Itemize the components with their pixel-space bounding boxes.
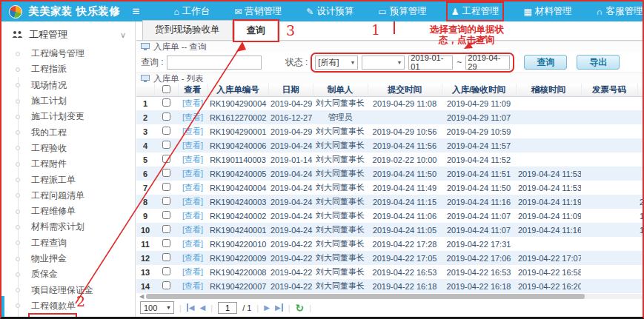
view-link[interactable]: [查看] (182, 183, 203, 192)
sidebar-item[interactable]: 工程问题清单 (1, 188, 135, 204)
row-checkbox[interactable] (162, 211, 170, 219)
nav-item[interactable]: ∩客服管理 (593, 3, 644, 20)
nav-item[interactable]: ✉营销管理 (230, 3, 285, 20)
row-checkbox[interactable] (162, 127, 170, 135)
row-checkbox[interactable] (162, 197, 170, 205)
last-page-icon[interactable]: ▶ (275, 303, 283, 312)
table-cell (581, 265, 637, 279)
sidebar-item[interactable]: 材料验收 (1, 314, 135, 319)
next-page-icon[interactable]: ▶ (264, 303, 270, 312)
view-cell: [查看] (178, 195, 208, 209)
query-button[interactable]: 查询 (524, 55, 567, 70)
sidebar-header[interactable]: 工程管理 ∨ (1, 21, 135, 46)
export-button[interactable]: 导出 (577, 55, 620, 70)
tab-goods-site-acceptance[interactable]: 货到现场验收单 (142, 20, 233, 40)
page-size-select[interactable]: 100 ▼ (140, 301, 174, 314)
view-link[interactable]: [查看] (182, 253, 203, 262)
scrollbar-track[interactable] (146, 294, 644, 299)
row-checkbox[interactable] (162, 141, 170, 149)
sidebar-item[interactable]: 工程附件 (1, 156, 135, 172)
view-link[interactable]: [查看] (182, 127, 203, 135)
row-checkbox[interactable] (162, 253, 170, 261)
table-cell: 2019-04-24 (268, 223, 313, 237)
table-cell: RK1904240002 (208, 209, 268, 223)
status-select[interactable]: [所有] ▼ (315, 56, 358, 70)
column-header-clipped (637, 84, 644, 96)
table-cell (516, 96, 581, 110)
view-link[interactable]: [查看] (182, 113, 203, 121)
view-link[interactable]: [查看] (182, 211, 203, 220)
scroll-left-icon[interactable]: ◀ (139, 293, 144, 300)
nav-item[interactable]: ▦材料管理 (519, 3, 575, 20)
table-cell: 2019-04-24 11:53 (516, 167, 581, 181)
annotation-line-step1 (394, 21, 395, 34)
view-link[interactable]: [查看] (182, 197, 203, 206)
view-link[interactable]: [查看] (182, 155, 203, 164)
row-checkbox[interactable] (162, 239, 170, 247)
view-link[interactable]: [查看] (182, 239, 203, 248)
sidebar-item[interactable]: 现场情况 (1, 78, 135, 93)
row-checkbox[interactable] (162, 225, 170, 233)
view-link[interactable]: [查看] (182, 98, 203, 107)
row-checkbox[interactable] (162, 183, 170, 191)
nav-item[interactable]: ✎设计预算 (302, 3, 357, 20)
sidebar-item[interactable]: 质保金 (1, 266, 135, 282)
horizontal-scrollbar[interactable]: ◀ (136, 293, 644, 300)
sidebar-item[interactable]: 工程指派 (1, 61, 135, 77)
row-checkbox[interactable] (162, 113, 170, 121)
sidebar-item[interactable]: 工程验收 (1, 141, 135, 156)
nav-item[interactable]: ⌂工作台 (170, 3, 213, 20)
tab-query[interactable]: 查询 (234, 21, 278, 41)
table-cell (581, 279, 637, 293)
date-from-field[interactable]: 2019-01-01 (408, 56, 453, 70)
dropdown-arrow-icon: ▼ (350, 60, 355, 65)
nav-item-label: 设计预算 (316, 5, 353, 18)
table-cell (637, 167, 644, 181)
sidebar-item-label: 项目经理保证金 (30, 283, 102, 298)
sidebar-item[interactable]: 工程编号管理 (1, 46, 135, 61)
sidebar-item[interactable]: 项目经理保证金 (1, 282, 135, 298)
refresh-icon[interactable]: ↻ (295, 302, 304, 314)
sidebar-item[interactable]: 工程领款单 (1, 298, 135, 314)
first-page-icon[interactable]: ◀ (187, 303, 195, 312)
sidebar-item[interactable]: 工程查询 (1, 235, 135, 251)
monitor-icon (141, 75, 150, 81)
nav-item[interactable]: ♟工程管理 (448, 3, 503, 20)
scrollbar-thumb[interactable] (146, 294, 585, 299)
sidebar-item[interactable]: 施工计划 (1, 93, 135, 109)
view-link[interactable]: [查看] (182, 281, 203, 290)
view-link[interactable]: [查看] (182, 169, 203, 178)
prev-page-icon[interactable]: ◀ (200, 303, 206, 312)
table-cell: 2019-04-29 (268, 124, 313, 138)
sidebar-item[interactable]: 施工计划变更 (1, 109, 135, 124)
row-checkbox[interactable] (162, 98, 170, 107)
row-checkbox[interactable] (162, 281, 170, 289)
table-cell: 2019-04-24 11:16 (442, 195, 516, 209)
sidebar-item[interactable]: 工程派工单 (1, 172, 135, 187)
sidebar-item-label: 工程维修单 (30, 204, 84, 218)
sidebar-menu: 工程编号管理工程指派现场情况施工计划施工计划变更我的工程工程验收工程附件工程派工… (1, 46, 135, 319)
row-checkbox[interactable] (162, 267, 170, 275)
sidebar-item-label: 现场情况 (30, 78, 76, 93)
nav-item[interactable]: ▭预算管理 (374, 3, 430, 20)
sidebar-item[interactable]: 物业押金 (1, 251, 135, 266)
select-all-checkbox[interactable] (162, 85, 170, 93)
view-link[interactable]: [查看] (182, 225, 203, 234)
sidebar-scroll-indicator[interactable] (1, 296, 4, 318)
search-input[interactable] (167, 56, 262, 70)
row-checkbox[interactable] (162, 169, 170, 177)
row-index: 9 (136, 209, 154, 223)
menu-icon[interactable]: ≡ (133, 4, 140, 19)
row-checkbox[interactable] (162, 155, 170, 163)
status-annotation-box: [所有] ▼ ▼ 2019-01-01 ~ 2019-04-29 (311, 53, 514, 73)
view-link[interactable]: [查看] (182, 267, 203, 276)
page-number-input[interactable] (218, 302, 237, 314)
status-select-secondary[interactable]: ▼ (362, 56, 405, 70)
table-cell: 刘大同董事长 (313, 223, 368, 237)
view-link[interactable]: [查看] (182, 141, 203, 150)
sidebar-item[interactable]: 我的工程 (1, 124, 135, 140)
table-cell: 2019-04-24 (268, 181, 313, 195)
sidebar-item[interactable]: 工程维修单 (1, 204, 135, 219)
date-to-field[interactable]: 2019-04-29 (465, 56, 510, 70)
sidebar-item[interactable]: 材料需求计划 (1, 219, 135, 235)
